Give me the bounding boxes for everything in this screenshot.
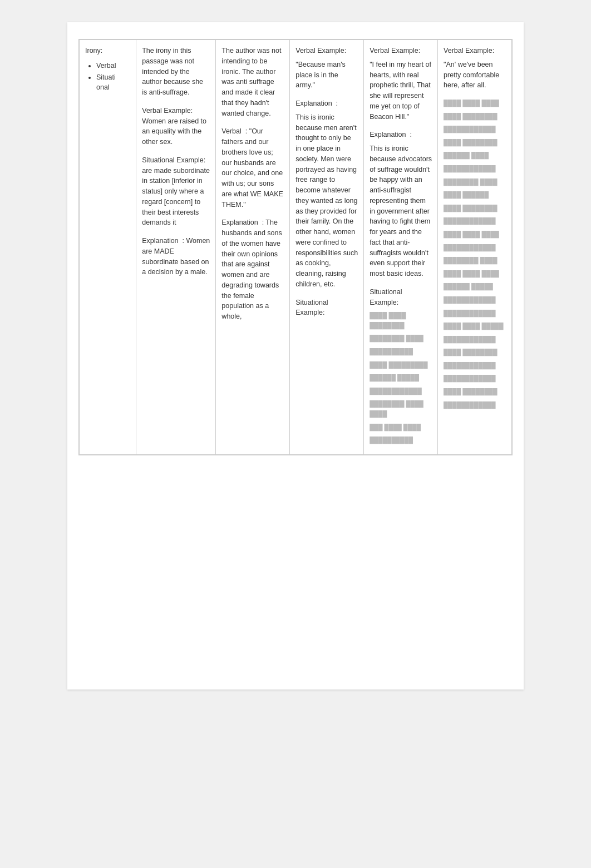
- col2-verbal-header: Verbal Example: Women are raised to an e…: [142, 106, 210, 147]
- col5-cell: Verbal Example: "I feel in my heart of h…: [364, 40, 438, 455]
- page: Irony: Verbal Situational The irony in t…: [67, 22, 524, 690]
- col6-verbal-header: Verbal Example:: [444, 46, 506, 56]
- col5-quote: "I feel in my heart of hearts, with real…: [370, 59, 432, 122]
- col2-situational-header: Situational Example: are made subordinat…: [142, 155, 210, 228]
- irony-label: Irony:: [85, 47, 102, 54]
- col5-blurred: ████ ████ ████████ ████████ ████ ███████…: [370, 311, 432, 445]
- col3-verbal-label: Verbal : "Our fathers and our brothers l…: [221, 126, 284, 210]
- main-table: Irony: Verbal Situational The irony in t…: [78, 39, 513, 455]
- col3-explanation: Explanation : The husbands and sons of t…: [221, 217, 284, 322]
- col4-verbal-header: Verbal Example:: [296, 46, 358, 56]
- bullet-verbal: Verbal: [96, 61, 130, 71]
- col5-situational-header: Situational Example:: [370, 287, 432, 308]
- bullet-list: Verbal Situational: [85, 61, 130, 93]
- col6-cell: Verbal Example: "An' we've been pretty c…: [438, 40, 512, 455]
- col4-quote: "Because man's place is in the army.": [296, 59, 358, 91]
- col3-para1: The author was not intending to be ironi…: [221, 46, 284, 118]
- col4-cell: Verbal Example: "Because man's place is …: [290, 40, 364, 455]
- col6-quote: "An' we've been pretty comfortable here,…: [444, 59, 506, 91]
- col4-explanation-text: This is ironic because men aren't though…: [296, 112, 358, 290]
- col3-cell: The author was not intending to be ironi…: [216, 40, 290, 455]
- col2-cell: The irony in this passage was not intend…: [136, 40, 216, 455]
- col5-verbal-header: Verbal Example:: [370, 46, 432, 56]
- col2-explanation: Explanation : Women are MADE subordinate…: [142, 236, 210, 277]
- col4-situational-header: Situational Example:: [296, 297, 358, 319]
- col-label-cell: Irony: Verbal Situational: [80, 40, 136, 455]
- col5-explanation-header: Explanation :: [370, 130, 432, 140]
- col2-para1: The irony in this passage was not intend…: [142, 46, 210, 98]
- col5-explanation-text: This is ironic because advocators of suf…: [370, 143, 432, 279]
- bullet-situational: Situational: [96, 72, 130, 93]
- col4-explanation-header: Explanation :: [296, 98, 358, 109]
- col6-blurred: ████ ████ ████ ████ ████████ ███████████…: [444, 98, 506, 410]
